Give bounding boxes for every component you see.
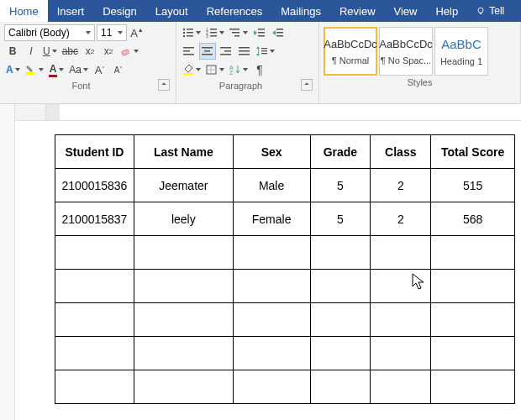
grow-font2-button[interactable]: A˄ bbox=[92, 61, 108, 78]
table-cell[interactable]: 2 bbox=[371, 202, 431, 236]
tab-help[interactable]: Help bbox=[426, 0, 467, 22]
decrease-indent-button[interactable] bbox=[251, 24, 268, 41]
table-cell[interactable] bbox=[55, 270, 134, 303]
table-cell[interactable]: leely bbox=[134, 202, 233, 236]
table-cell[interactable] bbox=[134, 337, 233, 370]
table-cell[interactable]: 2 bbox=[371, 169, 431, 202]
table-cell[interactable] bbox=[431, 337, 515, 370]
multilevel-list-button[interactable] bbox=[228, 24, 250, 41]
table-cell[interactable]: Jeemater bbox=[134, 169, 233, 202]
increase-indent-button[interactable] bbox=[270, 24, 287, 41]
tab-references[interactable]: References bbox=[197, 0, 271, 22]
table-cell[interactable] bbox=[134, 236, 233, 270]
table-cell[interactable]: 568 bbox=[431, 202, 515, 236]
table-cell[interactable] bbox=[431, 236, 515, 270]
table-cell[interactable] bbox=[310, 337, 371, 370]
vertical-ruler[interactable] bbox=[0, 104, 15, 420]
table-cell[interactable]: 5 bbox=[310, 169, 371, 202]
table-cell[interactable] bbox=[233, 236, 310, 270]
font-color-button[interactable]: A bbox=[47, 61, 66, 78]
student-table[interactable]: Student IDLast NameSexGradeClassTotal Sc… bbox=[55, 134, 515, 404]
table-cell[interactable] bbox=[55, 370, 134, 404]
table-cell[interactable] bbox=[310, 303, 371, 337]
table-cell[interactable]: 2100015836 bbox=[55, 169, 134, 202]
table-cell[interactable]: 515 bbox=[431, 169, 515, 202]
table-row[interactable]: 2100015837leelyFemale52568 bbox=[55, 202, 515, 236]
line-spacing-button[interactable] bbox=[255, 43, 276, 60]
table-header-cell[interactable]: Sex bbox=[233, 135, 310, 169]
change-case-button[interactable]: Aa bbox=[67, 61, 90, 78]
underline-button[interactable]: U bbox=[41, 43, 59, 60]
table-cell[interactable]: Female bbox=[233, 202, 310, 236]
clear-formatting-button[interactable] bbox=[118, 43, 140, 60]
table-cell[interactable] bbox=[310, 370, 371, 404]
italic-button[interactable]: I bbox=[23, 43, 39, 60]
table-cell[interactable] bbox=[371, 236, 431, 270]
style-normal[interactable]: AaBbCcDc ¶ Normal bbox=[324, 27, 377, 76]
text-effects-button[interactable]: A bbox=[4, 61, 22, 78]
table-header-cell[interactable]: Student ID bbox=[55, 135, 134, 169]
table-cell[interactable] bbox=[233, 370, 310, 404]
strikethrough-button[interactable]: abc bbox=[61, 43, 80, 60]
style-no-spacing[interactable]: AaBbCcDc ¶ No Spac... bbox=[379, 27, 433, 76]
table-cell[interactable] bbox=[55, 337, 134, 370]
shading-button[interactable] bbox=[181, 61, 203, 78]
table-cell[interactable] bbox=[134, 303, 233, 337]
table-cell[interactable] bbox=[233, 303, 310, 337]
tab-insert[interactable]: Insert bbox=[48, 0, 94, 22]
table-cell[interactable] bbox=[431, 370, 515, 404]
tell-me[interactable]: Tell bbox=[467, 0, 508, 22]
table-cell[interactable] bbox=[233, 270, 310, 303]
table-cell[interactable] bbox=[431, 303, 515, 337]
table-cell[interactable]: 5 bbox=[310, 202, 371, 236]
font-size-combo[interactable]: 11 bbox=[97, 24, 127, 41]
table-header-cell[interactable]: Last Name bbox=[134, 135, 233, 169]
grow-font-button[interactable]: A▲ bbox=[129, 24, 145, 41]
table-header-cell[interactable]: Total Score bbox=[431, 135, 515, 169]
table-row[interactable]: 2100015836JeematerMale52515 bbox=[55, 169, 515, 202]
table-cell[interactable] bbox=[371, 270, 431, 303]
table-row[interactable] bbox=[55, 303, 515, 337]
table-cell[interactable]: 2100015837 bbox=[55, 202, 134, 236]
align-left-button[interactable] bbox=[181, 43, 197, 60]
table-row[interactable] bbox=[55, 337, 515, 370]
table-row[interactable] bbox=[55, 236, 515, 270]
table-cell[interactable] bbox=[371, 303, 431, 337]
table-cell[interactable] bbox=[134, 270, 233, 303]
superscript-button[interactable]: x2 bbox=[100, 43, 117, 60]
align-right-button[interactable] bbox=[218, 43, 234, 60]
tab-home[interactable]: Home bbox=[0, 0, 48, 22]
table-cell[interactable] bbox=[55, 303, 134, 337]
sort-button[interactable]: AZ bbox=[228, 61, 250, 78]
table-cell[interactable] bbox=[233, 337, 310, 370]
tab-view[interactable]: View bbox=[385, 0, 427, 22]
tab-review[interactable]: Review bbox=[330, 0, 385, 22]
align-center-button[interactable] bbox=[199, 43, 216, 60]
tab-layout[interactable]: Layout bbox=[146, 0, 197, 22]
bold-button[interactable]: B bbox=[4, 43, 21, 60]
show-marks-button[interactable]: ¶ bbox=[251, 61, 268, 78]
table-cell[interactable] bbox=[310, 236, 371, 270]
style-heading1[interactable]: AaBbC Heading 1 bbox=[434, 27, 488, 76]
table-cell[interactable] bbox=[134, 370, 233, 404]
numbering-button[interactable]: 123 bbox=[204, 24, 226, 41]
tab-design[interactable]: Design bbox=[93, 0, 145, 22]
subscript-button[interactable]: x2 bbox=[82, 43, 98, 60]
table-cell[interactable]: Male bbox=[233, 169, 310, 202]
font-name-combo[interactable]: Calibri (Body) bbox=[4, 24, 95, 41]
table-cell[interactable] bbox=[371, 337, 431, 370]
table-header-cell[interactable]: Grade bbox=[310, 135, 371, 169]
bullets-button[interactable] bbox=[181, 24, 203, 41]
highlight-button[interactable] bbox=[24, 61, 45, 78]
tab-mailings[interactable]: Mailings bbox=[271, 0, 330, 22]
table-cell[interactable] bbox=[431, 270, 515, 303]
table-row[interactable] bbox=[55, 270, 515, 303]
table-header-cell[interactable]: Class bbox=[371, 135, 431, 169]
borders-button[interactable] bbox=[204, 61, 226, 78]
shrink-font-button[interactable]: A˅ bbox=[110, 61, 127, 78]
paragraph-dialog-launcher[interactable] bbox=[301, 79, 313, 91]
justify-button[interactable] bbox=[236, 43, 253, 60]
document-area[interactable]: Student IDLast NameSexGradeClassTotal Sc… bbox=[46, 121, 521, 420]
table-cell[interactable] bbox=[371, 370, 431, 404]
font-dialog-launcher[interactable] bbox=[158, 79, 170, 91]
